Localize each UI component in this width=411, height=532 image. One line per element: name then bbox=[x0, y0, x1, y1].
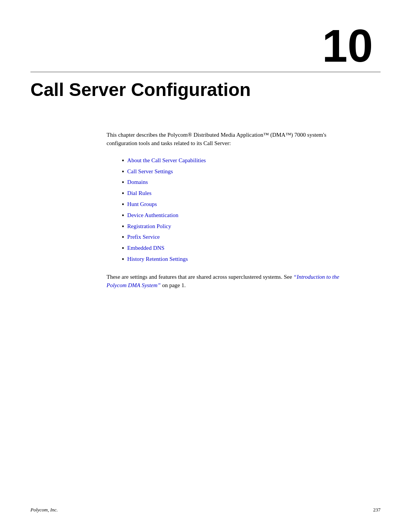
link-about-capabilities[interactable]: About the Call Server Capabilities bbox=[127, 155, 206, 166]
bullet-dot: • bbox=[122, 254, 124, 265]
list-item: • Device Authentication bbox=[122, 210, 381, 221]
footer-text-before: These are settings and features that are… bbox=[107, 274, 293, 280]
bullet-dot: • bbox=[122, 199, 124, 210]
link-embedded-dns[interactable]: Embedded DNS bbox=[127, 243, 164, 253]
footer-page-number: 237 bbox=[373, 507, 381, 513]
link-domains[interactable]: Domains bbox=[127, 177, 148, 187]
bullet-dot: • bbox=[122, 221, 124, 232]
chapter-number: 10 bbox=[30, 23, 381, 69]
list-item: • Hunt Groups bbox=[122, 199, 381, 210]
footer-company: Polycom, Inc. bbox=[30, 507, 58, 513]
bullet-dot: • bbox=[122, 232, 124, 243]
list-item: • History Retention Settings bbox=[122, 254, 381, 265]
bullet-dot: • bbox=[122, 188, 124, 199]
list-item: • Call Server Settings bbox=[122, 166, 381, 177]
footer-paragraph: These are settings and features that are… bbox=[107, 273, 342, 290]
chapter-divider bbox=[30, 72, 381, 72]
link-call-server-settings[interactable]: Call Server Settings bbox=[127, 166, 173, 177]
list-item: • Prefix Service bbox=[122, 232, 381, 243]
link-hunt-groups[interactable]: Hunt Groups bbox=[127, 199, 157, 209]
list-item: • Domains bbox=[122, 177, 381, 188]
link-prefix-service[interactable]: Prefix Service bbox=[127, 232, 159, 242]
link-registration-policy[interactable]: Registration Policy bbox=[127, 221, 171, 232]
list-item: • Embedded DNS bbox=[122, 243, 381, 254]
bullet-dot: • bbox=[122, 166, 124, 177]
bullet-dot: • bbox=[122, 243, 124, 254]
list-item: • Dial Rules bbox=[122, 188, 381, 199]
list-item: • About the Call Server Capabilities bbox=[122, 155, 381, 166]
page-footer: Polycom, Inc. 237 bbox=[30, 507, 381, 513]
list-item: • Registration Policy bbox=[122, 221, 381, 232]
link-device-authentication[interactable]: Device Authentication bbox=[127, 210, 178, 220]
bullet-dot: • bbox=[122, 177, 124, 188]
bullet-dot: • bbox=[122, 155, 124, 166]
toc-list: • About the Call Server Capabilities • C… bbox=[122, 155, 381, 265]
bullet-dot: • bbox=[122, 210, 124, 221]
link-dial-rules[interactable]: Dial Rules bbox=[127, 188, 151, 198]
link-history-retention[interactable]: History Retention Settings bbox=[127, 254, 188, 264]
chapter-title: Call Server Configuration bbox=[30, 80, 381, 100]
footer-text-after: on page 1. bbox=[161, 282, 186, 288]
page-container: 10 Call Server Configuration This chapte… bbox=[0, 0, 411, 532]
intro-paragraph: This chapter describes the Polycom® Dist… bbox=[107, 131, 342, 148]
